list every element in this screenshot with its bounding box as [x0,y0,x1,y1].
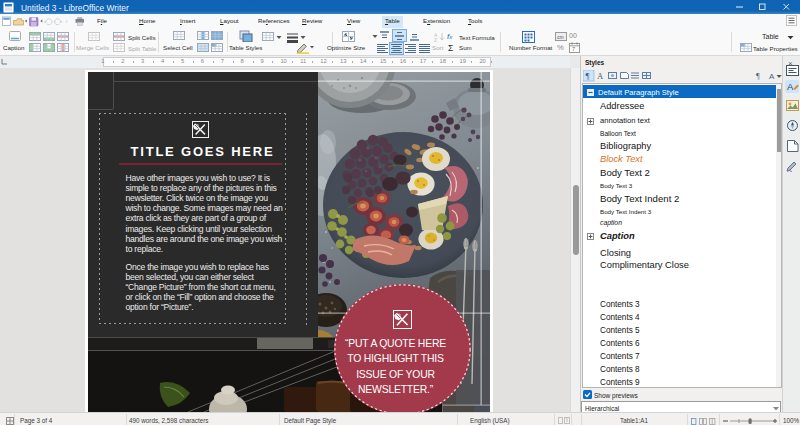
svg-text:7: 7 [572,46,575,52]
svg-text:Z: Z [434,37,437,42]
svg-text:A: A [787,81,794,92]
svg-text:cm: cm [557,33,564,39]
svg-text:¶: ¶ [585,71,589,81]
svg-text:¶: ¶ [756,72,760,81]
svg-text:A: A [769,72,775,81]
svg-text:A: A [597,71,604,81]
